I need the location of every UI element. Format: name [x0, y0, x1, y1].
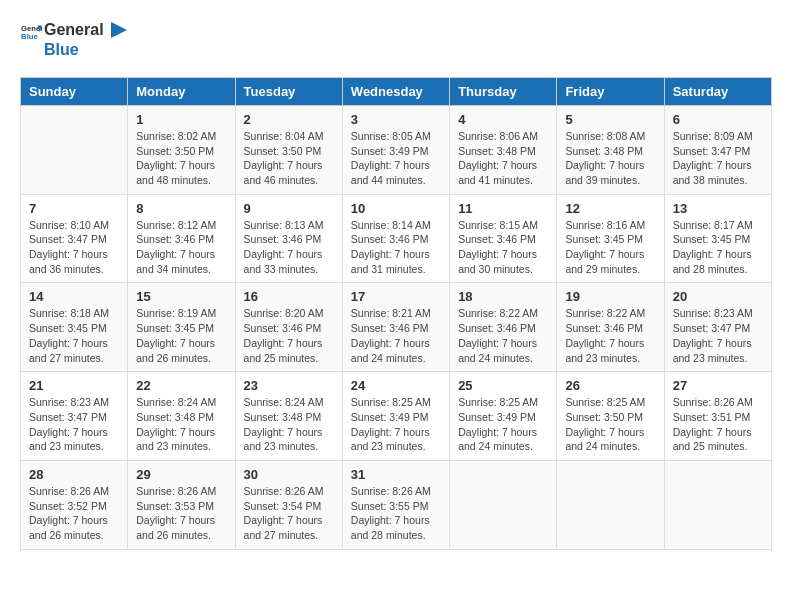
logo: General Blue General Blue: [20, 20, 127, 59]
cell-content: Sunrise: 8:25 AM Sunset: 3:49 PM Dayligh…: [351, 395, 441, 454]
day-number: 23: [244, 378, 334, 393]
cell-content: Sunrise: 8:12 AM Sunset: 3:46 PM Dayligh…: [136, 218, 226, 277]
svg-marker-4: [111, 22, 127, 38]
cell-content: Sunrise: 8:26 AM Sunset: 3:53 PM Dayligh…: [136, 484, 226, 543]
week-row-1: 1Sunrise: 8:02 AM Sunset: 3:50 PM Daylig…: [21, 105, 772, 194]
week-row-3: 14Sunrise: 8:18 AM Sunset: 3:45 PM Dayli…: [21, 283, 772, 372]
day-number: 27: [673, 378, 763, 393]
logo-triangle: [109, 22, 127, 40]
week-row-2: 7Sunrise: 8:10 AM Sunset: 3:47 PM Daylig…: [21, 194, 772, 283]
day-number: 2: [244, 112, 334, 127]
cell-content: Sunrise: 8:24 AM Sunset: 3:48 PM Dayligh…: [244, 395, 334, 454]
week-row-4: 21Sunrise: 8:23 AM Sunset: 3:47 PM Dayli…: [21, 372, 772, 461]
day-number: 22: [136, 378, 226, 393]
day-number: 26: [565, 378, 655, 393]
calendar-cell: 30Sunrise: 8:26 AM Sunset: 3:54 PM Dayli…: [235, 460, 342, 549]
day-header-thursday: Thursday: [450, 77, 557, 105]
calendar-cell: 15Sunrise: 8:19 AM Sunset: 3:45 PM Dayli…: [128, 283, 235, 372]
cell-content: Sunrise: 8:05 AM Sunset: 3:49 PM Dayligh…: [351, 129, 441, 188]
cell-content: Sunrise: 8:16 AM Sunset: 3:45 PM Dayligh…: [565, 218, 655, 277]
calendar-cell: 9Sunrise: 8:13 AM Sunset: 3:46 PM Daylig…: [235, 194, 342, 283]
day-number: 21: [29, 378, 119, 393]
calendar-cell: 8Sunrise: 8:12 AM Sunset: 3:46 PM Daylig…: [128, 194, 235, 283]
calendar-cell: 20Sunrise: 8:23 AM Sunset: 3:47 PM Dayli…: [664, 283, 771, 372]
cell-content: Sunrise: 8:18 AM Sunset: 3:45 PM Dayligh…: [29, 306, 119, 365]
day-header-monday: Monday: [128, 77, 235, 105]
calendar-cell: 22Sunrise: 8:24 AM Sunset: 3:48 PM Dayli…: [128, 372, 235, 461]
day-number: 28: [29, 467, 119, 482]
cell-content: Sunrise: 8:19 AM Sunset: 3:45 PM Dayligh…: [136, 306, 226, 365]
day-number: 15: [136, 289, 226, 304]
svg-text:Blue: Blue: [21, 32, 38, 41]
logo-general: General: [44, 21, 104, 38]
day-number: 18: [458, 289, 548, 304]
calendar-cell: 18Sunrise: 8:22 AM Sunset: 3:46 PM Dayli…: [450, 283, 557, 372]
calendar-cell: 2Sunrise: 8:04 AM Sunset: 3:50 PM Daylig…: [235, 105, 342, 194]
calendar-cell: 3Sunrise: 8:05 AM Sunset: 3:49 PM Daylig…: [342, 105, 449, 194]
day-number: 25: [458, 378, 548, 393]
cell-content: Sunrise: 8:14 AM Sunset: 3:46 PM Dayligh…: [351, 218, 441, 277]
cell-content: Sunrise: 8:26 AM Sunset: 3:55 PM Dayligh…: [351, 484, 441, 543]
day-number: 24: [351, 378, 441, 393]
calendar-cell: 12Sunrise: 8:16 AM Sunset: 3:45 PM Dayli…: [557, 194, 664, 283]
calendar-cell: 28Sunrise: 8:26 AM Sunset: 3:52 PM Dayli…: [21, 460, 128, 549]
calendar-cell: [21, 105, 128, 194]
calendar-cell: 1Sunrise: 8:02 AM Sunset: 3:50 PM Daylig…: [128, 105, 235, 194]
day-number: 8: [136, 201, 226, 216]
cell-content: Sunrise: 8:23 AM Sunset: 3:47 PM Dayligh…: [673, 306, 763, 365]
cell-content: Sunrise: 8:10 AM Sunset: 3:47 PM Dayligh…: [29, 218, 119, 277]
calendar-cell: 14Sunrise: 8:18 AM Sunset: 3:45 PM Dayli…: [21, 283, 128, 372]
day-number: 5: [565, 112, 655, 127]
day-header-saturday: Saturday: [664, 77, 771, 105]
day-number: 9: [244, 201, 334, 216]
cell-content: Sunrise: 8:26 AM Sunset: 3:54 PM Dayligh…: [244, 484, 334, 543]
cell-content: Sunrise: 8:26 AM Sunset: 3:52 PM Dayligh…: [29, 484, 119, 543]
calendar-cell: 5Sunrise: 8:08 AM Sunset: 3:48 PM Daylig…: [557, 105, 664, 194]
cell-content: Sunrise: 8:09 AM Sunset: 3:47 PM Dayligh…: [673, 129, 763, 188]
calendar-cell: 23Sunrise: 8:24 AM Sunset: 3:48 PM Dayli…: [235, 372, 342, 461]
logo-icon: General Blue: [20, 21, 42, 43]
calendar-table: SundayMondayTuesdayWednesdayThursdayFrid…: [20, 77, 772, 550]
week-row-5: 28Sunrise: 8:26 AM Sunset: 3:52 PM Dayli…: [21, 460, 772, 549]
calendar-cell: 19Sunrise: 8:22 AM Sunset: 3:46 PM Dayli…: [557, 283, 664, 372]
calendar-cell: 13Sunrise: 8:17 AM Sunset: 3:45 PM Dayli…: [664, 194, 771, 283]
day-header-tuesday: Tuesday: [235, 77, 342, 105]
day-header-wednesday: Wednesday: [342, 77, 449, 105]
calendar-cell: 16Sunrise: 8:20 AM Sunset: 3:46 PM Dayli…: [235, 283, 342, 372]
calendar-cell: 24Sunrise: 8:25 AM Sunset: 3:49 PM Dayli…: [342, 372, 449, 461]
cell-content: Sunrise: 8:17 AM Sunset: 3:45 PM Dayligh…: [673, 218, 763, 277]
day-number: 3: [351, 112, 441, 127]
cell-content: Sunrise: 8:22 AM Sunset: 3:46 PM Dayligh…: [458, 306, 548, 365]
calendar-cell: [664, 460, 771, 549]
day-number: 17: [351, 289, 441, 304]
calendar-cell: [450, 460, 557, 549]
calendar-cell: 25Sunrise: 8:25 AM Sunset: 3:49 PM Dayli…: [450, 372, 557, 461]
cell-content: Sunrise: 8:21 AM Sunset: 3:46 PM Dayligh…: [351, 306, 441, 365]
day-number: 7: [29, 201, 119, 216]
day-number: 11: [458, 201, 548, 216]
cell-content: Sunrise: 8:08 AM Sunset: 3:48 PM Dayligh…: [565, 129, 655, 188]
day-number: 30: [244, 467, 334, 482]
cell-content: Sunrise: 8:04 AM Sunset: 3:50 PM Dayligh…: [244, 129, 334, 188]
day-number: 29: [136, 467, 226, 482]
calendar-cell: 31Sunrise: 8:26 AM Sunset: 3:55 PM Dayli…: [342, 460, 449, 549]
cell-content: Sunrise: 8:23 AM Sunset: 3:47 PM Dayligh…: [29, 395, 119, 454]
day-header-friday: Friday: [557, 77, 664, 105]
logo-blue: Blue: [44, 41, 79, 58]
day-number: 31: [351, 467, 441, 482]
cell-content: Sunrise: 8:02 AM Sunset: 3:50 PM Dayligh…: [136, 129, 226, 188]
calendar-cell: [557, 460, 664, 549]
calendar-cell: 6Sunrise: 8:09 AM Sunset: 3:47 PM Daylig…: [664, 105, 771, 194]
calendar-cell: 26Sunrise: 8:25 AM Sunset: 3:50 PM Dayli…: [557, 372, 664, 461]
calendar-header-row: SundayMondayTuesdayWednesdayThursdayFrid…: [21, 77, 772, 105]
day-number: 19: [565, 289, 655, 304]
cell-content: Sunrise: 8:24 AM Sunset: 3:48 PM Dayligh…: [136, 395, 226, 454]
cell-content: Sunrise: 8:20 AM Sunset: 3:46 PM Dayligh…: [244, 306, 334, 365]
calendar-cell: 11Sunrise: 8:15 AM Sunset: 3:46 PM Dayli…: [450, 194, 557, 283]
day-number: 14: [29, 289, 119, 304]
cell-content: Sunrise: 8:26 AM Sunset: 3:51 PM Dayligh…: [673, 395, 763, 454]
cell-content: Sunrise: 8:15 AM Sunset: 3:46 PM Dayligh…: [458, 218, 548, 277]
calendar-cell: 29Sunrise: 8:26 AM Sunset: 3:53 PM Dayli…: [128, 460, 235, 549]
day-number: 4: [458, 112, 548, 127]
day-header-sunday: Sunday: [21, 77, 128, 105]
